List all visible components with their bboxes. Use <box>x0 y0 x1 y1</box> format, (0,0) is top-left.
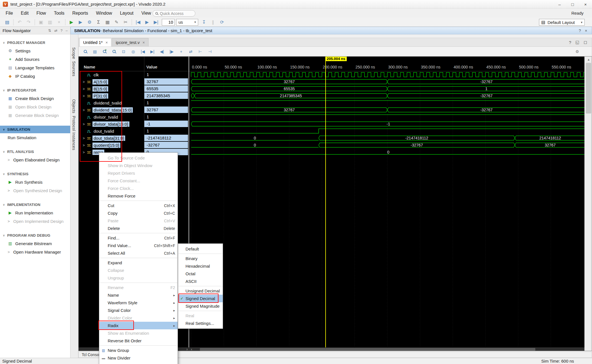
collapse-right-icon[interactable]: › <box>185 347 189 351</box>
menu-edit[interactable]: Edit <box>17 9 33 17</box>
sidebar-item-open-implemented-design[interactable]: >Open Implemented Design <box>0 217 70 225</box>
menu-item-signed-magnitude[interactable]: Signed Magnitude <box>178 302 223 310</box>
menu-item-copy[interactable]: CopyCtrl+C <box>99 209 178 217</box>
menu-item-find[interactable]: Find...Ctrl+F <box>99 234 178 242</box>
sim-restart-button[interactable]: |◀ <box>134 18 142 26</box>
menu-item-unsigned-decimal[interactable]: Unsigned Decimal <box>178 287 223 295</box>
sim-step-button[interactable]: ▶| <box>152 18 160 26</box>
menu-item-cut[interactable]: CutCtrl+X <box>99 202 178 209</box>
sidebar-item-generate-bitstream[interactable]: ▥Generate Bitstream <box>0 239 70 248</box>
scroll-up-icon[interactable]: ▲ <box>585 57 592 62</box>
sidebar-item-generate-block-design[interactable]: ▦Generate Block Design <box>0 111 70 119</box>
menu-item-signal-color[interactable]: Signal Color▸ <box>99 307 178 314</box>
sidebar-item-ip-catalog[interactable]: ◆IP Catalog <box>0 72 70 80</box>
sim-run-for-button[interactable]: ↧ <box>200 18 208 26</box>
wave-snap-to-left-button[interactable]: ⊢ <box>196 48 205 55</box>
menu-tools[interactable]: Tools <box>50 9 68 17</box>
menu-layout[interactable]: Layout <box>116 9 137 17</box>
signal-row-dout-tvalid[interactable]: dout_tvalid <box>79 128 144 135</box>
dock-icon[interactable]: ⇄ <box>54 28 58 33</box>
expand-arrow-icon[interactable]: > <box>82 80 85 84</box>
wave-add-marker-button[interactable]: + <box>177 48 185 55</box>
signal-row-dividend-tdata-15-0[interactable]: >dividend_tdata[15:0] <box>79 106 144 114</box>
menu-item-default[interactable]: Default <box>178 245 223 253</box>
report-sum-button[interactable]: Σ <box>94 18 103 26</box>
time-unit-select[interactable]: us▾ <box>176 19 198 26</box>
flow-section-header-project-manager[interactable]: ∨PROJECT MANAGER <box>0 39 70 46</box>
wave-waveform-settings-button[interactable]: ⚙ <box>573 48 582 55</box>
menu-item-waveform-style[interactable]: Waveform Style▸ <box>99 299 178 307</box>
signal-row-a-15-0[interactable]: >A[15:0] <box>79 78 144 85</box>
signal-row-b-15-0[interactable]: >B[15:0] <box>79 85 144 92</box>
schematic-button[interactable]: ▦ <box>103 18 112 26</box>
signal-row-divisor-tdata-15-0[interactable]: >divisor_tdata[15:0] <box>79 121 144 128</box>
flow-section-header-ip-integrator[interactable]: ∨IP INTEGRATOR <box>0 86 70 94</box>
wave-zoom-in-button[interactable]: + <box>100 48 109 55</box>
wave-save-waveform-button[interactable]: ▤ <box>90 48 99 55</box>
sidebar-item-create-block-design[interactable]: ▦Create Block Design <box>0 94 70 103</box>
sidebar-item-add-sources[interactable]: +Add Sources <box>0 55 70 63</box>
quick-access-search[interactable]: Quick Access <box>153 10 195 17</box>
wave-find-button[interactable] <box>81 48 90 55</box>
flow-section-header-simulation[interactable]: ∨SIMULATION <box>0 126 70 133</box>
expand-arrow-icon[interactable]: > <box>82 122 85 126</box>
sidebar-item-open-hardware-manager[interactable]: >Open Hardware Manager <box>0 248 70 256</box>
menu-item-reverse-bit-order[interactable]: Reverse Bit Order <box>99 337 178 345</box>
menu-flow[interactable]: Flow <box>32 9 50 17</box>
float-window-icon[interactable]: ◱ <box>575 40 579 45</box>
menu-item-real-settings[interactable]: Real Settings... <box>178 319 223 327</box>
sidebar-item-open-synthesized-design[interactable]: >Open Synthesized Design <box>0 186 70 195</box>
menu-item-new-divider[interactable]: ▬New Divider <box>99 354 178 362</box>
menu-item-octal[interactable]: Octal <box>178 270 223 278</box>
step-button[interactable]: ▶ <box>76 18 85 26</box>
menu-item-hexadecimal[interactable]: Hexadecimal <box>178 262 223 270</box>
signal-row-p-31-0[interactable]: >P[31:0] <box>79 92 144 99</box>
minimize-button[interactable]: – <box>553 0 566 8</box>
menu-item-find-value[interactable]: Find Value...Ctrl+Shift+F <box>99 242 178 249</box>
menu-item-new-virtual-bus[interactable]: ▤New Virtual Bus <box>99 362 178 364</box>
signal-row-divisor-tvalid[interactable]: divisor_tvalid <box>79 114 144 121</box>
flow-section-header-rtl-analysis[interactable]: ∨RTL ANALYSIS <box>0 148 70 156</box>
wave-snap-to-right-button[interactable]: ⊣ <box>206 48 214 55</box>
sidebar-item-open-block-design[interactable]: ▦Open Block Design <box>0 103 70 111</box>
help-icon[interactable]: ? <box>61 28 63 33</box>
sim-run-all-button[interactable]: ▶ <box>143 18 151 26</box>
flow-section-header-implementation[interactable]: ∨IMPLEMENTATION <box>0 201 70 208</box>
help-icon[interactable]: ? <box>579 28 581 33</box>
menu-item-binary[interactable]: Binary <box>178 255 223 262</box>
menu-window[interactable]: Window <box>92 9 116 17</box>
maximize-button[interactable]: □ <box>566 0 579 8</box>
side-tab-scope[interactable]: Scope <box>72 47 76 59</box>
save-project-button[interactable]: ▤ <box>3 18 12 26</box>
vertical-scrollbar-thumb[interactable] <box>586 63 591 114</box>
side-tab-objects[interactable]: Objects <box>72 99 76 113</box>
scissors-button[interactable]: ✂ <box>121 18 130 26</box>
sidebar-item-language-templates[interactable]: ▤Language Templates <box>0 63 70 72</box>
menu-item-new-group[interactable]: ▧New Group <box>99 347 178 354</box>
run-button[interactable]: ▶ <box>67 18 76 26</box>
expand-arrow-icon[interactable]: > <box>82 87 85 91</box>
wave-previous-transition-button[interactable]: ◀| <box>158 48 166 55</box>
simulation-time-input[interactable] <box>162 19 175 26</box>
layout-selector[interactable]: ▤ Default Layout ▾ <box>539 19 585 26</box>
close-tab-icon[interactable]: × <box>105 40 108 45</box>
close-button[interactable]: × <box>579 0 592 8</box>
close-tab-icon[interactable]: × <box>142 40 145 45</box>
sim-relaunch-button[interactable]: ⟳ <box>218 18 226 26</box>
close-panel-icon[interactable]: × <box>585 28 587 33</box>
horizontal-scrollbar-thumb[interactable] <box>200 348 535 351</box>
time-cursor-line[interactable] <box>325 61 326 347</box>
menu-item-radix[interactable]: Radix▸ <box>99 322 178 329</box>
wave-go-to-time-start-button[interactable]: |◀ <box>138 48 147 55</box>
signal-row-clk[interactable]: clk <box>79 71 144 78</box>
menu-file[interactable]: File <box>2 9 17 17</box>
settings-gear-button[interactable]: ⚙ <box>85 18 94 26</box>
side-tab-sources[interactable]: Sources <box>72 61 76 76</box>
wave-zoom-fit-button[interactable]: ⊡ <box>119 48 128 55</box>
menu-item-expand[interactable]: Expand <box>99 259 178 267</box>
sidebar-item-run-synthesis[interactable]: ▶Run Synthesis <box>0 178 70 186</box>
wave-zoom-to-cursor-button[interactable]: ◎ <box>129 48 138 55</box>
menu-item-name[interactable]: Name▸ <box>99 291 178 299</box>
wave-swap-cursors-button[interactable]: ⇄ <box>186 48 195 55</box>
tab-untitled-1[interactable]: Untitled 1*× <box>79 38 111 46</box>
